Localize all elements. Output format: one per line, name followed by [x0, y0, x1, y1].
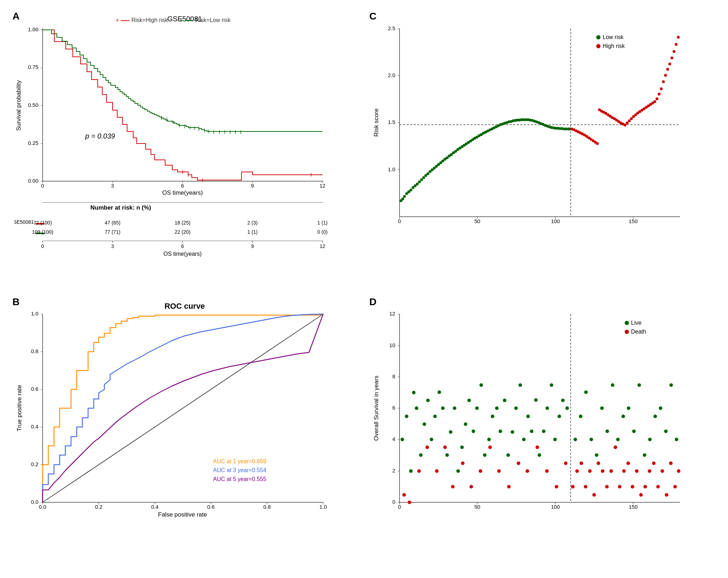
c-y-axis-label: Risk score [373, 108, 380, 136]
svg-point-186 [627, 406, 630, 410]
panel-c-label: C [369, 11, 376, 22]
panel-c-svg: 1.0 1.5 2.0 2.5 0 50 100 150 Risk score [371, 11, 712, 288]
y-tick-0: 0.00 [28, 178, 38, 184]
km-low-risk-curve [43, 30, 322, 131]
svg-point-157 [495, 406, 499, 410]
d-legend-death-label: Death [631, 329, 646, 335]
svg-point-151 [472, 430, 475, 433]
svg-point-124 [662, 80, 665, 83]
panel-a-label: A [12, 11, 20, 22]
svg-point-106 [624, 124, 626, 126]
svg-point-179 [590, 438, 593, 441]
d-x-label-50: 50 [474, 504, 480, 510]
b-y-label-08: 0.8 [31, 348, 38, 354]
svg-point-167 [534, 398, 538, 402]
b-x-axis-label: False positive rate [158, 511, 207, 518]
svg-point-11 [422, 176, 425, 179]
c-low-risk-dots [400, 118, 571, 202]
y-axis-label: Survival probability [15, 80, 22, 131]
risk-low-0: 109 (100) [32, 229, 53, 235]
svg-point-212 [545, 469, 549, 473]
d-death-dots [402, 445, 680, 504]
svg-point-107 [626, 121, 629, 124]
svg-point-232 [643, 485, 647, 488]
c-x-label-150: 150 [629, 218, 637, 224]
svg-point-205 [479, 469, 482, 473]
svg-point-225 [614, 445, 617, 449]
svg-point-148 [460, 445, 464, 449]
b-x-label-02: 0.2 [95, 504, 103, 510]
svg-point-8 [416, 183, 419, 185]
svg-point-223 [605, 485, 609, 488]
rt-x-axis-label: OS time(years) [163, 251, 202, 257]
svg-point-174 [561, 399, 565, 402]
svg-point-145 [449, 430, 452, 434]
d-y-label-6: 6 [392, 405, 395, 411]
y-tick-05: 0.50 [28, 102, 38, 108]
svg-point-161 [511, 430, 514, 434]
svg-point-228 [626, 461, 630, 465]
svg-point-213 [555, 485, 558, 488]
svg-point-164 [522, 438, 526, 441]
legend-high-label: + [116, 17, 119, 23]
svg-point-149 [464, 422, 467, 426]
svg-point-222 [601, 469, 604, 473]
svg-point-184 [616, 438, 620, 441]
svg-point-189 [643, 453, 646, 457]
svg-point-234 [652, 461, 656, 465]
b-diagonal [43, 314, 323, 502]
risk-low-3: 77 (71) [105, 229, 120, 235]
x-tick-0: 0 [41, 183, 44, 189]
panel-d: D 0 2 4 6 8 10 12 0 50 100 [364, 293, 721, 578]
b-y-label-04: 0.4 [31, 423, 38, 430]
c-high-risk-dots [570, 36, 680, 145]
svg-point-226 [618, 485, 621, 488]
c-x-label-0: 0 [398, 218, 401, 224]
c-x-label-100: 100 [551, 218, 560, 224]
svg-point-195 [675, 438, 678, 441]
svg-point-229 [631, 485, 634, 488]
svg-point-158 [499, 430, 502, 433]
panel-b: B ROC curve 0.0 0.2 0.4 0.6 0.8 1.0 0.0 [7, 293, 364, 578]
svg-point-197 [408, 501, 411, 504]
svg-point-196 [402, 493, 406, 497]
b-x-label-1: 1.0 [320, 504, 327, 510]
svg-point-1 [401, 198, 404, 200]
b-x-label-06: 0.6 [207, 504, 215, 510]
svg-point-185 [621, 415, 625, 418]
svg-point-200 [435, 469, 439, 473]
svg-point-127 [668, 63, 671, 65]
x-tick-6: 6 [181, 183, 184, 189]
svg-point-188 [637, 383, 641, 387]
d-live-dots [401, 383, 678, 473]
c-x-label-50: 50 [474, 218, 480, 224]
b-y-label-1: 1.0 [31, 310, 38, 317]
svg-point-130 [675, 43, 678, 46]
risk-high-12: 1 (1) [317, 220, 328, 226]
svg-point-187 [632, 430, 636, 433]
risk-low-12: 0 (0) [317, 229, 328, 235]
svg-point-168 [538, 453, 541, 457]
svg-point-142 [438, 390, 441, 394]
d-y-label-8: 8 [392, 373, 395, 379]
d-legend-death-dot [625, 330, 629, 334]
svg-point-125 [664, 74, 667, 77]
svg-point-220 [592, 493, 596, 497]
svg-point-240 [677, 469, 680, 473]
svg-point-210 [526, 469, 529, 473]
svg-point-183 [611, 383, 614, 387]
svg-point-211 [536, 445, 539, 449]
svg-point-147 [456, 469, 460, 473]
b-auc-3yr-label: AUC at 3 year=0.554 [213, 467, 266, 473]
svg-point-193 [664, 430, 668, 433]
risk-high-3: 47 (65) [105, 220, 120, 226]
panel-a-svg: GSE50081 + Risk=High risk + Risk=Low ris… [14, 11, 355, 288]
svg-point-235 [656, 485, 660, 488]
svg-point-182 [605, 430, 609, 433]
svg-point-133 [405, 415, 408, 418]
svg-point-203 [461, 461, 464, 465]
svg-point-219 [588, 469, 592, 473]
svg-point-233 [648, 469, 651, 473]
rt-x-label-3: 3 [111, 243, 114, 249]
svg-point-165 [526, 415, 530, 418]
